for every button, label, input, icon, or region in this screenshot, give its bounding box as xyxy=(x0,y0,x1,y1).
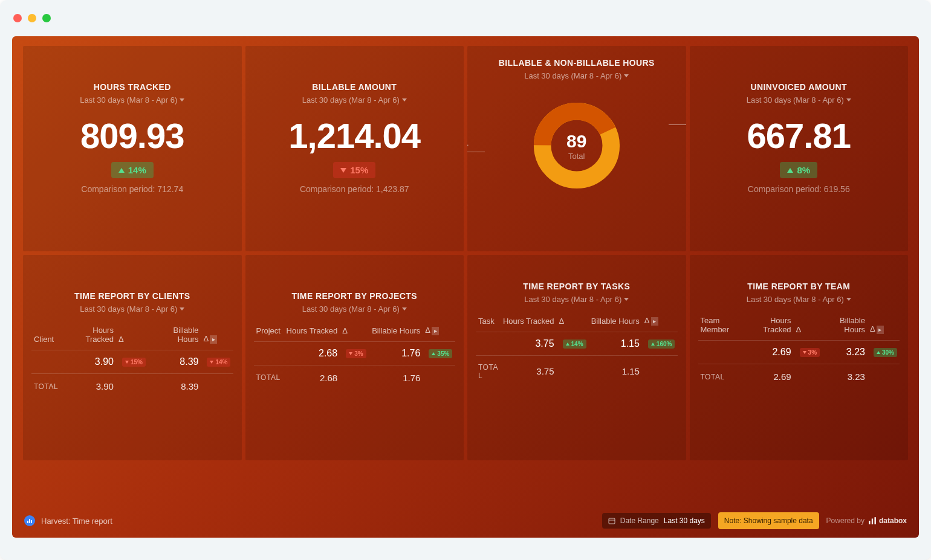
card-title: TIME REPORT BY TEAM xyxy=(698,282,900,291)
hours-value: 3.90 xyxy=(60,350,116,374)
date-range-select[interactable]: Last 30 days (Mar 8 - Apr 6) xyxy=(476,295,678,304)
triangle-up-icon xyxy=(432,352,435,355)
table-row[interactable]: 3.75 14% 1.15 160% xyxy=(476,332,678,355)
card-title: UNINVOICED AMOUNT xyxy=(698,82,900,92)
metric-value: 667.81 xyxy=(698,115,900,156)
bill-value: 1.15 xyxy=(589,332,642,355)
source-label: Harvest: Time report xyxy=(41,517,112,526)
col-hours[interactable]: Hours Tracked xyxy=(284,322,340,341)
col-bill[interactable]: Billable Hours xyxy=(369,322,423,341)
comparison-text: Comparison period: 619.56 xyxy=(698,184,900,194)
card-title: TIME REPORT BY CLIENTS xyxy=(31,291,233,301)
delta-value: 14% xyxy=(128,165,146,175)
scroll-right-icon[interactable]: ▸ xyxy=(651,317,658,326)
col-delta2[interactable]: Δ▸ xyxy=(642,312,678,332)
triangle-up-icon xyxy=(877,351,880,354)
scroll-right-icon[interactable]: ▸ xyxy=(210,335,217,344)
total-label: TOTAL xyxy=(254,365,284,389)
total-label: TOTAL xyxy=(476,355,501,386)
col-client[interactable]: Client xyxy=(31,322,60,350)
card-report-clients: TIME REPORT BY CLIENTS Last 30 days (Mar… xyxy=(23,255,242,460)
date-range-select[interactable]: Last 30 days (Mar 8 - Apr 6) xyxy=(476,71,678,80)
date-range-pill[interactable]: Date Range Last 30 days xyxy=(602,513,711,529)
chevron-down-icon xyxy=(402,307,407,311)
col-hours[interactable]: Hours Tracked xyxy=(745,312,793,341)
metric-value: 809.93 xyxy=(31,115,233,156)
table-total-row: TOTAL 2.69 3.23 xyxy=(698,364,900,388)
col-delta2[interactable]: Δ▸ xyxy=(868,312,900,341)
triangle-down-icon xyxy=(125,361,129,364)
col-hours[interactable]: Hours Tracked xyxy=(501,312,557,332)
col-delta[interactable]: Δ xyxy=(794,312,822,341)
col-member[interactable]: Team Member xyxy=(698,312,746,341)
projects-table: Project Hours Tracked Δ Billable Hours Δ… xyxy=(254,322,456,389)
col-delta[interactable]: Δ xyxy=(116,322,148,350)
date-range-select[interactable]: Last 30 days (Mar 8 - Apr 6) xyxy=(31,304,233,314)
col-bill[interactable]: Billable Hours xyxy=(589,312,642,332)
bill-value: 8.39 xyxy=(148,350,201,374)
svg-rect-9 xyxy=(874,517,875,524)
col-task[interactable]: Task xyxy=(476,312,501,332)
comparison-text: Comparison period: 1,423.87 xyxy=(254,184,456,194)
card-billable-hours-donut: BILLABLE & NON-BILLABLE HOURS Last 30 da… xyxy=(467,46,686,251)
card-title: BILLABLE AMOUNT xyxy=(254,82,456,92)
bar-chart-icon xyxy=(24,515,35,526)
delta-badge: 8% xyxy=(780,162,817,178)
comparison-text: Comparison period: 712.74 xyxy=(31,184,233,194)
donut-chart: 89 Total Non-Billabl... 57.1% Billab... … xyxy=(476,91,678,200)
date-range-select[interactable]: Last 30 days (Mar 8 - Apr 6) xyxy=(254,304,456,314)
minimize-window-button[interactable] xyxy=(28,14,36,22)
table-row[interactable]: 3.90 15% 8.39 14% xyxy=(31,350,233,374)
dashboard: HOURS TRACKED Last 30 days (Mar 8 - Apr … xyxy=(12,36,919,538)
titlebar xyxy=(0,0,931,36)
delta-badge: 15% xyxy=(333,162,375,178)
bill-value: 1.76 xyxy=(369,341,423,365)
hours-value: 2.68 xyxy=(284,341,340,365)
maximize-window-button[interactable] xyxy=(42,14,51,22)
card-title: HOURS TRACKED xyxy=(31,82,233,92)
table-row[interactable]: 2.69 3% 3.23 30% xyxy=(698,341,900,364)
svg-rect-3 xyxy=(29,519,30,523)
donut-center: 89 Total xyxy=(566,131,586,161)
databox-logo[interactable]: databox xyxy=(868,517,907,525)
col-delta[interactable]: Δ xyxy=(557,312,589,332)
mini-delta: 160% xyxy=(648,340,675,349)
mini-delta: 3% xyxy=(800,348,820,357)
close-window-button[interactable] xyxy=(13,14,22,22)
date-range-label: Last 30 days (Mar 8 - Apr 6) xyxy=(80,95,177,105)
col-project[interactable]: Project xyxy=(254,322,284,341)
triangle-up-icon xyxy=(118,168,125,173)
scroll-right-icon[interactable]: ▸ xyxy=(877,326,884,334)
triangle-down-icon xyxy=(210,361,213,364)
delta-badge: 14% xyxy=(111,162,154,178)
col-bill[interactable]: Billable Hours xyxy=(822,312,868,341)
date-range-select[interactable]: Last 30 days (Mar 8 - Apr 6) xyxy=(698,295,900,304)
col-delta2[interactable]: Δ▸ xyxy=(201,322,233,350)
table-total-row: TOTAL 2.68 1.76 xyxy=(254,365,456,389)
date-range-label: Last 30 days (Mar 8 - Apr 6) xyxy=(80,304,177,314)
sample-data-note: Note: Showing sample data xyxy=(718,512,819,529)
chevron-down-icon xyxy=(402,98,407,101)
col-hours[interactable]: Hours Tracked xyxy=(60,322,116,350)
donut-total-value: 89 xyxy=(566,131,586,152)
col-bill[interactable]: Billable Hours xyxy=(148,322,201,350)
total-bill: 1.15 xyxy=(589,355,642,386)
date-range-select[interactable]: Last 30 days (Mar 8 - Apr 6) xyxy=(254,95,456,105)
col-delta[interactable]: Δ xyxy=(340,322,369,341)
chevron-down-icon xyxy=(846,98,851,101)
card-report-team: TIME REPORT BY TEAM Last 30 days (Mar 8 … xyxy=(690,255,909,460)
leader-line xyxy=(669,124,686,125)
date-range-label: Last 30 days (Mar 8 - Apr 6) xyxy=(302,304,400,314)
date-range-select[interactable]: Last 30 days (Mar 8 - Apr 6) xyxy=(31,95,233,105)
card-billable-amount: BILLABLE AMOUNT Last 30 days (Mar 8 - Ap… xyxy=(245,46,464,251)
card-title: TIME REPORT BY PROJECTS xyxy=(254,291,456,301)
col-delta2[interactable]: Δ▸ xyxy=(423,322,455,341)
metric-value: 1,214.04 xyxy=(254,115,456,156)
date-range-select[interactable]: Last 30 days (Mar 8 - Apr 6) xyxy=(698,95,900,105)
total-hours: 3.75 xyxy=(501,355,557,386)
date-range-label: Last 30 days (Mar 8 - Apr 6) xyxy=(524,71,621,80)
mini-delta: 14% xyxy=(207,358,230,367)
card-report-tasks: TIME REPORT BY TASKS Last 30 days (Mar 8… xyxy=(467,255,686,460)
scroll-right-icon[interactable]: ▸ xyxy=(432,327,439,335)
table-row[interactable]: 2.68 3% 1.76 35% xyxy=(254,341,456,365)
